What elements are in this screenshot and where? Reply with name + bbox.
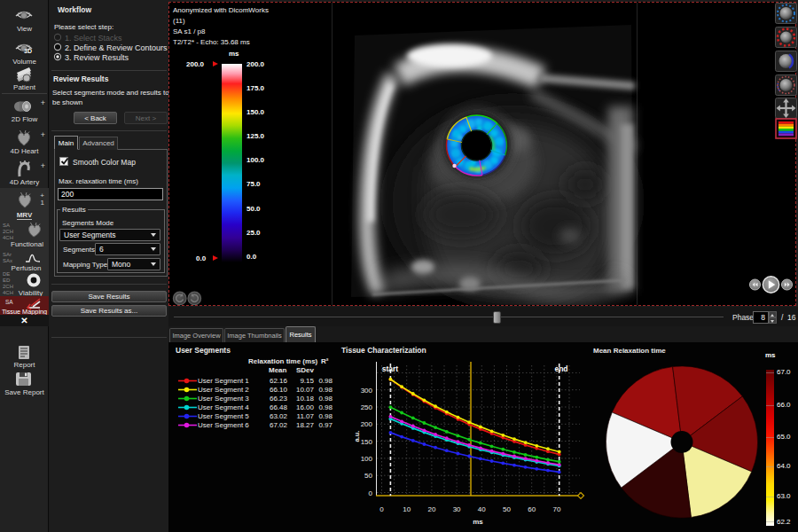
svg-text:20: 20	[427, 505, 435, 513]
svg-text:end: end	[554, 364, 567, 373]
svg-text:0: 0	[379, 505, 384, 513]
svg-text:10: 10	[403, 505, 411, 513]
svg-text:300: 300	[361, 387, 373, 395]
svg-text:a.u.: a.u.	[353, 431, 361, 442]
svg-text:150: 150	[361, 438, 373, 446]
svg-text:70: 70	[552, 505, 560, 513]
svg-text:250: 250	[361, 403, 373, 411]
svg-text:0: 0	[369, 489, 373, 497]
svg-text:100: 100	[361, 455, 373, 463]
svg-text:40: 40	[478, 505, 486, 513]
svg-text:ms: ms	[473, 518, 483, 526]
svg-text:30: 30	[453, 505, 461, 513]
svg-text:50: 50	[364, 472, 372, 480]
svg-text:50: 50	[503, 505, 511, 513]
svg-text:60: 60	[528, 505, 536, 513]
svg-text:200: 200	[361, 420, 373, 428]
svg-text:start: start	[382, 364, 399, 373]
